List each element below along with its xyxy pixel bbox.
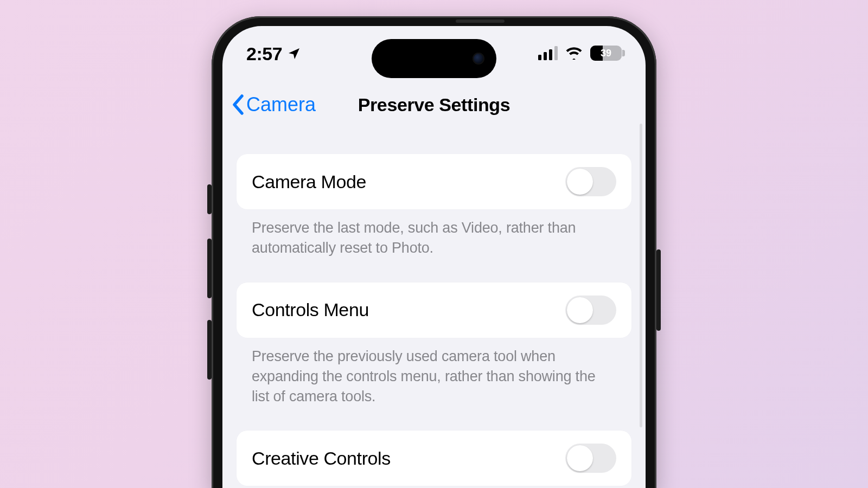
toggle-knob bbox=[567, 297, 593, 323]
setting-footer: Preserve the previously used camera tool… bbox=[237, 338, 631, 407]
dynamic-island bbox=[372, 39, 496, 78]
setting-row-controls-menu[interactable]: Controls Menu bbox=[237, 282, 631, 338]
toggle-controls-menu[interactable] bbox=[565, 296, 616, 325]
setting-label: Camera Mode bbox=[252, 171, 366, 192]
settings-content[interactable]: Camera Mode Preserve the last mode, such… bbox=[222, 124, 646, 488]
setting-row-creative-controls[interactable]: Creative Controls bbox=[237, 431, 631, 486]
volume-down-button-edge bbox=[207, 239, 212, 298]
volume-up-button-edge bbox=[207, 184, 212, 214]
battery-percent: 39 bbox=[590, 48, 622, 59]
setting-row-camera-mode[interactable]: Camera Mode bbox=[237, 154, 631, 209]
status-time: 2:57 bbox=[246, 43, 282, 65]
navigation-bar: Camera Preserve Settings bbox=[222, 86, 646, 124]
side-button-edge bbox=[207, 320, 212, 380]
setting-label: Controls Menu bbox=[252, 299, 369, 320]
wifi-icon bbox=[565, 47, 583, 60]
power-button-edge bbox=[656, 249, 661, 331]
status-right: 39 bbox=[538, 43, 622, 61]
setting-label: Creative Controls bbox=[252, 448, 391, 469]
scroll-indicator bbox=[640, 124, 642, 427]
phone-frame: 2:57 39 bbox=[212, 16, 656, 488]
antenna-band bbox=[456, 20, 505, 23]
toggle-creative-controls[interactable] bbox=[565, 444, 616, 473]
front-camera-icon bbox=[473, 53, 484, 65]
status-left: 2:57 bbox=[246, 43, 301, 65]
page-title: Preserve Settings bbox=[222, 94, 646, 115]
setting-group-controls-menu: Controls Menu Preserve the previously us… bbox=[237, 282, 631, 407]
setting-footer: Preserve the last used filter, aspect ra… bbox=[237, 486, 631, 488]
setting-footer: Preserve the last mode, such as Video, r… bbox=[237, 209, 631, 259]
cellular-icon bbox=[538, 46, 558, 60]
screen: 2:57 39 bbox=[222, 26, 646, 488]
setting-group-creative-controls: Creative Controls Preserve the last used… bbox=[237, 431, 631, 488]
setting-group-camera-mode: Camera Mode Preserve the last mode, such… bbox=[237, 154, 631, 259]
battery-icon: 39 bbox=[590, 46, 622, 61]
toggle-camera-mode[interactable] bbox=[565, 167, 616, 196]
location-icon bbox=[288, 43, 301, 65]
toggle-knob bbox=[567, 169, 593, 195]
toggle-knob bbox=[567, 445, 593, 471]
